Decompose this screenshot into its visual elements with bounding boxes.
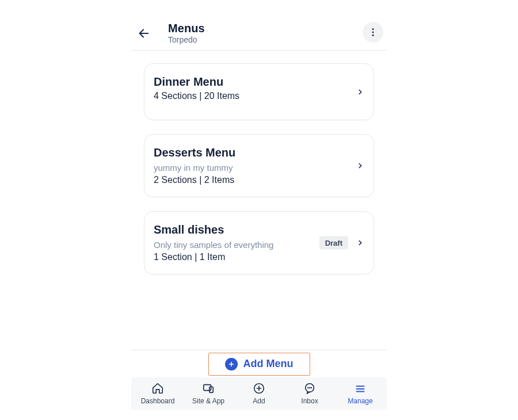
svg-point-1 [372, 28, 374, 30]
plus-outline-icon [253, 382, 265, 395]
menus-list: Dinner Menu 4 Sections | 20 Items Desser… [131, 51, 387, 274]
overflow-menu-button[interactable] [363, 22, 383, 43]
svg-point-12 [308, 388, 308, 388]
chevron-right-icon [356, 239, 364, 247]
header: Menus Torpedo [131, 16, 387, 51]
menu-meta: 1 Section | 1 Item [154, 252, 364, 262]
menu-card[interactable]: Desserts Menu yummy in my tummy 2 Sectio… [144, 134, 374, 197]
svg-point-2 [372, 32, 374, 33]
menu-title: Desserts Menu [154, 146, 364, 159]
chevron-right-icon [356, 162, 364, 170]
menu-meta: 4 Sections | 20 Items [154, 91, 364, 101]
nav-add[interactable]: Add [234, 382, 284, 405]
add-menu-label: Add Menu [243, 358, 294, 370]
chevron-right-icon [356, 88, 364, 96]
menu-card[interactable]: Small dishes Only tiny samples of everyt… [144, 211, 374, 274]
back-button[interactable] [131, 21, 157, 46]
nav-label: Dashboard [141, 397, 175, 405]
nav-site-app[interactable]: Site & App [184, 382, 233, 405]
nav-dashboard[interactable]: Dashboard [133, 382, 182, 405]
svg-point-14 [311, 388, 311, 388]
plus-circle-icon [225, 358, 238, 371]
nav-label: Inbox [301, 397, 318, 405]
menu-title: Dinner Menu [154, 75, 364, 89]
page-subtitle: Torpedo [168, 35, 205, 44]
menu-meta: 2 Sections | 2 Items [154, 175, 364, 185]
nav-inbox[interactable]: Inbox [285, 382, 334, 405]
app-viewport: Menus Torpedo Dinner Menu 4 Sections | 2… [0, 0, 518, 420]
arrow-left-icon [138, 27, 150, 40]
add-menu-bar: Add Menu [131, 350, 387, 377]
more-vertical-icon [368, 27, 378, 37]
nav-label: Add [253, 397, 265, 405]
page-title: Menus [168, 22, 205, 35]
nav-label: Site & App [192, 397, 224, 405]
svg-point-3 [372, 35, 374, 36]
menu-icon [354, 382, 367, 395]
bottom-nav: Dashboard Site & App Add Inbox [131, 377, 387, 410]
svg-point-13 [310, 388, 310, 388]
nav-manage[interactable]: Manage [336, 382, 385, 405]
status-badge: Draft [319, 236, 348, 250]
devices-icon [202, 382, 215, 395]
chat-icon [303, 382, 316, 395]
header-title-wrap: Menus Torpedo [168, 22, 205, 44]
menu-description: yummy in my tummy [154, 163, 364, 173]
home-icon [151, 382, 164, 395]
nav-label: Manage [348, 397, 372, 405]
menu-card[interactable]: Dinner Menu 4 Sections | 20 Items [144, 63, 374, 120]
menu-title: Small dishes [154, 223, 364, 236]
panel: Menus Torpedo Dinner Menu 4 Sections | 2… [131, 16, 387, 419]
add-menu-button[interactable]: Add Menu [208, 353, 310, 376]
